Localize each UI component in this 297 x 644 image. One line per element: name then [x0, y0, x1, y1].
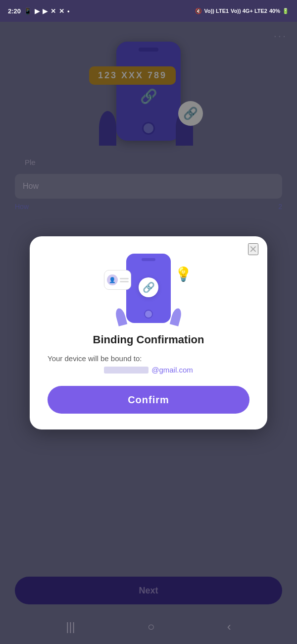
binding-confirmation-modal: ✕ 🔗 👤 💡 Binding Confirmation Your device… [30, 236, 267, 429]
background-content: ··· 🔗 123 XXX 789 🔗 Ple How How 2 Next |… [0, 22, 297, 644]
whatsapp-icon: 📱 [24, 7, 32, 15]
close-button[interactable]: ✕ [248, 243, 258, 255]
avatar-small: 👤 [107, 274, 118, 285]
email-blur [104, 367, 148, 374]
youtube-icon: ▶ [35, 7, 40, 15]
chat-bubble: 👤 [104, 270, 131, 290]
youtube-music-icon: ▶ [43, 7, 48, 15]
chat-line-1 [120, 278, 129, 279]
signal-mute-icon: 🔇 [195, 8, 202, 14]
time: 2:20 [8, 7, 21, 15]
status-bar: 2:20 📱 ▶ ▶ ✕ ✕ • 🔇 Vo)) LTE1 Vo)) 4G+ LT… [0, 0, 297, 22]
x-icon: ✕ [50, 7, 56, 15]
modal-title: Binding Confirmation [93, 333, 204, 346]
modal-overlay[interactable]: ✕ 🔗 👤 💡 Binding Confirmation Your device… [0, 22, 297, 644]
battery-icon: 40% [269, 8, 280, 14]
x2-icon: ✕ [59, 7, 64, 15]
email-row: @gmail.com [104, 366, 193, 374]
lte2-icon: Vo)) 4G+ LTE2 [231, 8, 267, 14]
email-suffix: @gmail.com [151, 366, 193, 374]
dot-icon: • [67, 7, 70, 15]
leaf-left [114, 307, 127, 326]
lightbulb-icon: 💡 [175, 266, 192, 282]
modal-body-text: Your device will be bound to: [48, 354, 249, 363]
battery-glyph: 🔋 [282, 8, 289, 14]
chat-line-2 [120, 281, 129, 282]
modal-illustration: 🔗 👤 💡 [109, 251, 188, 325]
chain-icon: 🔗 [139, 277, 158, 297]
leaf-right [170, 307, 183, 326]
confirm-button[interactable]: Confirm [48, 386, 249, 414]
lte1-icon: Vo)) LTE1 [204, 8, 229, 14]
